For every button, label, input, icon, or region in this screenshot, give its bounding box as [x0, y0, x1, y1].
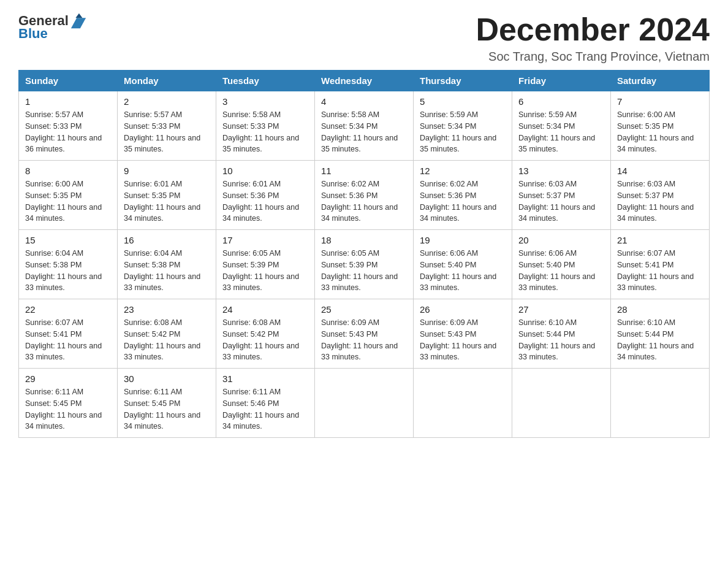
- day-number: 6: [518, 96, 604, 107]
- calendar-cell: [414, 369, 512, 438]
- svg-marker-1: [75, 13, 82, 18]
- day-info: Sunrise: 6:09 AMSunset: 5:43 PMDaylight:…: [321, 318, 398, 361]
- calendar-cell: [611, 369, 710, 438]
- day-info: Sunrise: 5:58 AMSunset: 5:34 PMDaylight:…: [321, 110, 398, 153]
- calendar-cell: 6 Sunrise: 5:59 AMSunset: 5:34 PMDayligh…: [512, 91, 611, 161]
- calendar-header-wednesday: Wednesday: [315, 71, 414, 91]
- day-number: 16: [124, 235, 210, 245]
- calendar-cell: 11 Sunrise: 6:02 AMSunset: 5:36 PMDaylig…: [315, 161, 414, 230]
- day-info: Sunrise: 6:00 AMSunset: 5:35 PMDaylight:…: [25, 180, 102, 223]
- day-info: Sunrise: 6:08 AMSunset: 5:42 PMDaylight:…: [222, 318, 299, 361]
- day-number: 10: [222, 166, 308, 176]
- day-info: Sunrise: 6:07 AMSunset: 5:41 PMDaylight:…: [25, 318, 102, 361]
- calendar-cell: 30 Sunrise: 6:11 AMSunset: 5:45 PMDaylig…: [118, 369, 216, 438]
- logo-blue-text: Blue: [18, 26, 48, 42]
- day-info: Sunrise: 6:09 AMSunset: 5:43 PMDaylight:…: [420, 318, 496, 361]
- calendar-cell: 31 Sunrise: 6:11 AMSunset: 5:46 PMDaylig…: [216, 369, 315, 438]
- day-info: Sunrise: 6:04 AMSunset: 5:38 PMDaylight:…: [25, 249, 102, 292]
- calendar-cell: 19 Sunrise: 6:06 AMSunset: 5:40 PMDaylig…: [414, 230, 512, 299]
- calendar-cell: 28 Sunrise: 6:10 AMSunset: 5:44 PMDaylig…: [611, 299, 710, 369]
- logo-icon: [70, 12, 87, 29]
- day-info: Sunrise: 6:08 AMSunset: 5:42 PMDaylight:…: [124, 318, 200, 361]
- calendar-header-row: SundayMondayTuesdayWednesdayThursdayFrid…: [19, 71, 710, 91]
- day-number: 17: [222, 235, 308, 245]
- calendar-header-friday: Friday: [512, 71, 611, 91]
- calendar-week-1: 1 Sunrise: 5:57 AMSunset: 5:33 PMDayligh…: [19, 91, 710, 161]
- calendar-cell: 25 Sunrise: 6:09 AMSunset: 5:43 PMDaylig…: [315, 299, 414, 369]
- calendar-cell: 26 Sunrise: 6:09 AMSunset: 5:43 PMDaylig…: [414, 299, 512, 369]
- calendar-cell: 12 Sunrise: 6:02 AMSunset: 5:36 PMDaylig…: [414, 161, 512, 230]
- calendar-cell: 10 Sunrise: 6:01 AMSunset: 5:36 PMDaylig…: [216, 161, 315, 230]
- calendar-week-3: 15 Sunrise: 6:04 AMSunset: 5:38 PMDaylig…: [19, 230, 710, 299]
- day-info: Sunrise: 6:02 AMSunset: 5:36 PMDaylight:…: [321, 180, 398, 223]
- title-block: December 2024 Soc Trang, Soc Trang Provi…: [476, 12, 710, 64]
- day-info: Sunrise: 6:00 AMSunset: 5:35 PMDaylight:…: [617, 110, 694, 153]
- day-number: 19: [420, 235, 506, 245]
- day-info: Sunrise: 6:11 AMSunset: 5:45 PMDaylight:…: [124, 388, 200, 431]
- day-number: 31: [222, 373, 308, 384]
- day-number: 4: [321, 96, 407, 107]
- day-number: 27: [518, 304, 604, 315]
- calendar-cell: 8 Sunrise: 6:00 AMSunset: 5:35 PMDayligh…: [19, 161, 118, 230]
- day-info: Sunrise: 6:04 AMSunset: 5:38 PMDaylight:…: [124, 249, 200, 292]
- day-number: 11: [321, 166, 407, 176]
- calendar-cell: 2 Sunrise: 5:57 AMSunset: 5:33 PMDayligh…: [118, 91, 216, 161]
- calendar-table: SundayMondayTuesdayWednesdayThursdayFrid…: [18, 70, 710, 438]
- calendar-cell: 5 Sunrise: 5:59 AMSunset: 5:34 PMDayligh…: [414, 91, 512, 161]
- calendar-cell: 14 Sunrise: 6:03 AMSunset: 5:37 PMDaylig…: [611, 161, 710, 230]
- day-info: Sunrise: 6:06 AMSunset: 5:40 PMDaylight:…: [518, 249, 595, 292]
- day-number: 25: [321, 304, 407, 315]
- day-info: Sunrise: 6:05 AMSunset: 5:39 PMDaylight:…: [321, 249, 398, 292]
- calendar-cell: [512, 369, 611, 438]
- day-info: Sunrise: 6:02 AMSunset: 5:36 PMDaylight:…: [420, 180, 496, 223]
- day-info: Sunrise: 6:07 AMSunset: 5:41 PMDaylight:…: [617, 249, 694, 292]
- day-number: 5: [420, 96, 506, 107]
- day-info: Sunrise: 6:03 AMSunset: 5:37 PMDaylight:…: [617, 180, 694, 223]
- day-info: Sunrise: 6:10 AMSunset: 5:44 PMDaylight:…: [518, 318, 595, 361]
- calendar-week-4: 22 Sunrise: 6:07 AMSunset: 5:41 PMDaylig…: [19, 299, 710, 369]
- calendar-cell: 1 Sunrise: 5:57 AMSunset: 5:33 PMDayligh…: [19, 91, 118, 161]
- day-number: 7: [617, 96, 703, 107]
- calendar-cell: 23 Sunrise: 6:08 AMSunset: 5:42 PMDaylig…: [118, 299, 216, 369]
- day-info: Sunrise: 5:59 AMSunset: 5:34 PMDaylight:…: [420, 110, 496, 153]
- calendar-week-5: 29 Sunrise: 6:11 AMSunset: 5:45 PMDaylig…: [19, 369, 710, 438]
- day-number: 20: [518, 235, 604, 245]
- day-info: Sunrise: 5:58 AMSunset: 5:33 PMDaylight:…: [222, 110, 299, 153]
- day-info: Sunrise: 6:11 AMSunset: 5:45 PMDaylight:…: [25, 388, 102, 431]
- day-number: 9: [124, 166, 210, 176]
- day-info: Sunrise: 6:01 AMSunset: 5:36 PMDaylight:…: [222, 180, 299, 223]
- calendar-cell: 7 Sunrise: 6:00 AMSunset: 5:35 PMDayligh…: [611, 91, 710, 161]
- day-info: Sunrise: 5:59 AMSunset: 5:34 PMDaylight:…: [518, 110, 595, 153]
- location-title: Soc Trang, Soc Trang Province, Vietnam: [476, 50, 710, 64]
- calendar-cell: 13 Sunrise: 6:03 AMSunset: 5:37 PMDaylig…: [512, 161, 611, 230]
- day-info: Sunrise: 6:11 AMSunset: 5:46 PMDaylight:…: [222, 388, 299, 431]
- calendar-cell: 15 Sunrise: 6:04 AMSunset: 5:38 PMDaylig…: [19, 230, 118, 299]
- calendar-cell: 27 Sunrise: 6:10 AMSunset: 5:44 PMDaylig…: [512, 299, 611, 369]
- page-header: General Blue December 2024 Soc Trang, So…: [18, 12, 710, 64]
- calendar-cell: 29 Sunrise: 6:11 AMSunset: 5:45 PMDaylig…: [19, 369, 118, 438]
- calendar-header-sunday: Sunday: [19, 71, 118, 91]
- day-number: 12: [420, 166, 506, 176]
- logo: General Blue: [18, 12, 87, 42]
- calendar-week-2: 8 Sunrise: 6:00 AMSunset: 5:35 PMDayligh…: [19, 161, 710, 230]
- day-number: 1: [25, 96, 111, 107]
- day-info: Sunrise: 6:10 AMSunset: 5:44 PMDaylight:…: [617, 318, 694, 361]
- day-info: Sunrise: 6:01 AMSunset: 5:35 PMDaylight:…: [124, 180, 200, 223]
- day-info: Sunrise: 6:05 AMSunset: 5:39 PMDaylight:…: [222, 249, 299, 292]
- day-number: 30: [124, 373, 210, 384]
- calendar-cell: 17 Sunrise: 6:05 AMSunset: 5:39 PMDaylig…: [216, 230, 315, 299]
- day-number: 29: [25, 373, 111, 384]
- calendar-cell: 18 Sunrise: 6:05 AMSunset: 5:39 PMDaylig…: [315, 230, 414, 299]
- day-number: 22: [25, 304, 111, 315]
- calendar-cell: 16 Sunrise: 6:04 AMSunset: 5:38 PMDaylig…: [118, 230, 216, 299]
- calendar-cell: 9 Sunrise: 6:01 AMSunset: 5:35 PMDayligh…: [118, 161, 216, 230]
- day-number: 21: [617, 235, 703, 245]
- day-number: 3: [222, 96, 308, 107]
- calendar-cell: 3 Sunrise: 5:58 AMSunset: 5:33 PMDayligh…: [216, 91, 315, 161]
- day-number: 23: [124, 304, 210, 315]
- day-info: Sunrise: 5:57 AMSunset: 5:33 PMDaylight:…: [25, 110, 102, 153]
- calendar-header-tuesday: Tuesday: [216, 71, 315, 91]
- day-info: Sunrise: 6:06 AMSunset: 5:40 PMDaylight:…: [420, 249, 496, 292]
- day-number: 18: [321, 235, 407, 245]
- month-title: December 2024: [476, 12, 710, 47]
